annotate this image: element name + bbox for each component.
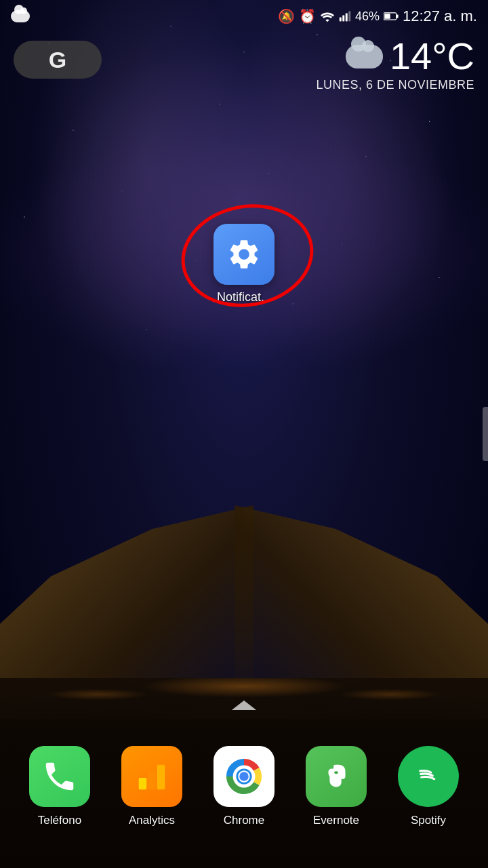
chevron-up-icon: [232, 701, 256, 710]
svg-rect-6: [384, 14, 390, 19]
temperature-display: 14°C: [390, 37, 474, 75]
chrome-label: Chrome: [224, 814, 264, 827]
status-icons: 🔕 ⏰ 46% 12:27 a. m.: [278, 7, 477, 25]
svg-rect-0: [340, 18, 342, 22]
analytics-label: Analytics: [129, 814, 175, 827]
evernote-label: Evernote: [313, 814, 359, 827]
signal-icon: [339, 10, 351, 22]
dock-item-analytics[interactable]: Analytics: [115, 746, 189, 827]
battery-icon: [384, 12, 399, 21]
alarm-icon: ⏰: [299, 8, 316, 24]
chrome-icon: [226, 758, 262, 795]
phone-label: Teléfono: [38, 814, 81, 827]
date-display: LUNES, 6 DE NOVIEMBRE: [316, 78, 474, 92]
status-left: [11, 10, 30, 22]
dock-item-spotify[interactable]: Spotify: [391, 746, 466, 827]
gear-icon: [226, 237, 262, 272]
weather-top: 14°C: [316, 37, 474, 75]
evernote-app-icon[interactable]: [306, 746, 367, 807]
battery-text: 46%: [355, 9, 380, 24]
phone-icon: [41, 758, 78, 795]
dock-item-evernote[interactable]: Evernote: [299, 746, 373, 827]
svg-rect-3: [348, 12, 350, 22]
spotify-label: Spotify: [411, 814, 446, 827]
highlighted-app[interactable]: Notificat...: [214, 224, 274, 304]
dock-item-chrome[interactable]: Chrome: [207, 746, 281, 827]
cloud-icon: [346, 45, 383, 68]
time-display: 12:27 a. m.: [403, 7, 477, 25]
drawer-handle[interactable]: [227, 696, 261, 713]
evernote-icon: [318, 758, 354, 795]
svg-rect-1: [342, 16, 344, 22]
spotify-app-icon[interactable]: [398, 746, 459, 807]
svg-rect-5: [396, 14, 399, 18]
analytics-icon: [134, 758, 170, 795]
weather-widget: 14°C LUNES, 6 DE NOVIEMBRE: [316, 37, 474, 92]
spotify-icon: [410, 758, 447, 795]
dock-item-phone[interactable]: Teléfono: [22, 746, 97, 827]
analytics-app-icon[interactable]: [121, 746, 182, 807]
bottom-dock: Teléfono Analytics: [0, 719, 488, 868]
status-bar: 🔕 ⏰ 46% 12:27 a. m.: [0, 0, 488, 33]
svg-point-13: [239, 772, 249, 781]
svg-rect-8: [148, 771, 156, 789]
svg-rect-9: [157, 765, 165, 790]
google-g-letter: G: [49, 47, 66, 73]
sidebar-handle[interactable]: [483, 407, 488, 461]
phone-app-icon[interactable]: [29, 746, 90, 807]
google-search-bar[interactable]: G: [14, 41, 102, 79]
svg-rect-7: [139, 778, 147, 789]
notification-settings-icon[interactable]: [214, 224, 274, 285]
mute-icon: 🔕: [278, 8, 295, 24]
wifi-icon: [320, 10, 335, 22]
notification-app-label: Notificat...: [217, 290, 271, 304]
chrome-app-icon[interactable]: [214, 746, 274, 807]
svg-rect-2: [346, 14, 348, 22]
cloud-status-icon: [11, 10, 30, 22]
